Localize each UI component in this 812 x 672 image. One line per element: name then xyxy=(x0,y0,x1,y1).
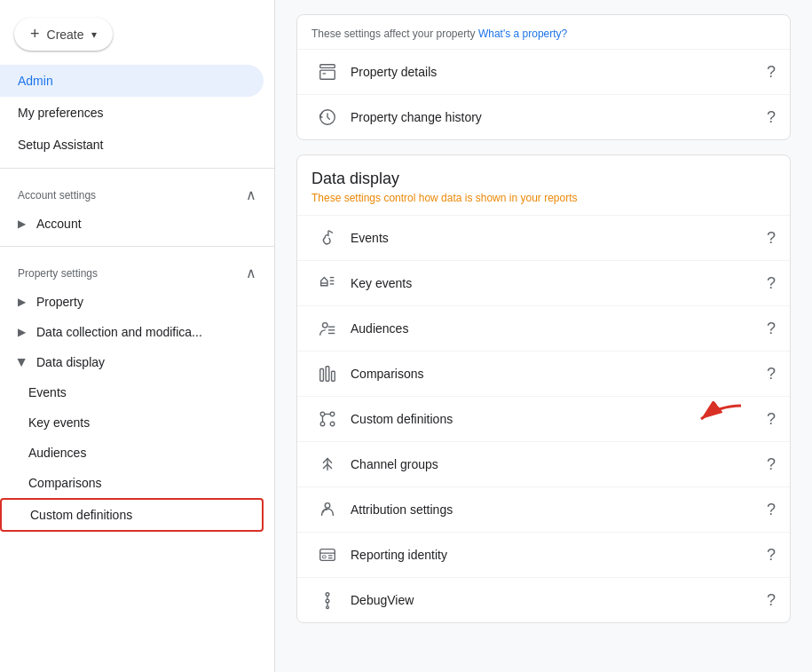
svg-rect-14 xyxy=(332,371,335,381)
expand-arrow-icon: ▶ xyxy=(18,326,26,338)
custom-definitions-row[interactable]: Custom definitions ? xyxy=(297,396,790,441)
reporting-identity-help-icon: ? xyxy=(767,546,776,565)
sidebar-sub-item-custom-definitions[interactable]: Custom definitions xyxy=(0,498,264,532)
sidebar-item-account[interactable]: ▶ Account xyxy=(0,209,274,239)
reporting-identity-row[interactable]: Reporting identity ? xyxy=(297,532,790,577)
events-label: Events xyxy=(343,231,767,245)
expand-arrow-icon: ▶ xyxy=(16,359,28,367)
property-details-label: Property details xyxy=(343,65,767,79)
property-settings-header: Property settings ∧ xyxy=(0,254,274,287)
debugview-label: DebugView xyxy=(343,593,767,607)
account-settings-header: Account settings ∧ xyxy=(0,176,274,209)
property-details-icon xyxy=(311,62,343,82)
property-change-history-label: Property change history xyxy=(343,110,767,124)
channel-groups-row[interactable]: Channel groups ? xyxy=(297,441,790,486)
chevron-up-icon: ∧ xyxy=(246,265,256,281)
audiences-help-icon: ? xyxy=(767,320,776,338)
sidebar-item-label: Data collection and modifica... xyxy=(36,325,202,339)
audiences-icon xyxy=(311,319,343,338)
comparisons-help-icon: ? xyxy=(767,365,776,383)
attribution-settings-help-icon: ? xyxy=(767,501,776,519)
comparisons-row[interactable]: Comparisons ? xyxy=(297,351,790,396)
property-card: These settings affect your property What… xyxy=(296,14,791,140)
data-display-title: Data display xyxy=(297,155,790,192)
create-button[interactable]: + Create ▾ xyxy=(14,18,113,51)
events-row[interactable]: Events ? xyxy=(297,215,790,260)
red-arrow-annotation xyxy=(683,401,745,437)
key-events-icon xyxy=(311,273,343,293)
comparisons-icon xyxy=(311,364,343,383)
custom-definitions-icon xyxy=(311,409,343,429)
divider xyxy=(0,168,274,169)
whats-a-property-link[interactable]: What's a property? xyxy=(478,28,567,40)
reporting-identity-label: Reporting identity xyxy=(343,548,767,562)
sidebar: + Create ▾ Admin My preferences Setup As… xyxy=(0,0,275,672)
sidebar-item-label: Property xyxy=(36,295,83,309)
svg-rect-1 xyxy=(320,70,335,79)
sidebar-item-setup-assistant[interactable]: Setup Assistant xyxy=(0,129,264,161)
attribution-settings-row[interactable]: Attribution settings ? xyxy=(297,486,790,532)
audiences-row[interactable]: Audiences ? xyxy=(297,305,790,351)
sidebar-item-label: My preferences xyxy=(18,106,103,120)
sidebar-item-data-collection[interactable]: ▶ Data collection and modifica... xyxy=(0,317,274,347)
divider xyxy=(0,246,274,247)
sidebar-sub-item-audiences[interactable]: Audiences xyxy=(0,438,264,468)
sidebar-item-label: Data display xyxy=(36,355,105,369)
sidebar-item-label: Setup Assistant xyxy=(18,138,104,152)
property-details-row[interactable]: Property details ? xyxy=(297,49,790,94)
svg-point-32 xyxy=(327,606,329,609)
property-card-header: These settings affect your property What… xyxy=(297,15,790,49)
svg-point-22 xyxy=(325,503,330,509)
property-change-history-help-icon: ? xyxy=(767,108,776,127)
chevron-down-icon: ▾ xyxy=(91,28,97,41)
debugview-icon xyxy=(311,590,343,610)
data-display-card: Data display These settings control how … xyxy=(296,154,791,623)
svg-point-18 xyxy=(330,422,335,426)
property-settings-label: Property settings xyxy=(18,267,98,280)
key-events-row[interactable]: Key events ? xyxy=(297,260,790,305)
events-help-icon: ? xyxy=(767,229,776,248)
sidebar-item-label: Admin xyxy=(18,74,53,88)
svg-rect-23 xyxy=(320,549,335,561)
key-events-help-icon: ? xyxy=(767,274,776,293)
attribution-settings-label: Attribution settings xyxy=(343,502,767,517)
sidebar-sub-item-comparisons[interactable]: Comparisons xyxy=(0,468,264,498)
reporting-identity-icon xyxy=(311,545,343,565)
sidebar-item-label: Comparisons xyxy=(28,476,101,490)
sidebar-item-my-preferences[interactable]: My preferences xyxy=(0,97,264,129)
channel-groups-icon xyxy=(311,455,343,474)
svg-rect-25 xyxy=(323,556,327,558)
attribution-settings-icon xyxy=(311,500,343,519)
debugview-row[interactable]: DebugView ? xyxy=(297,577,790,622)
svg-point-8 xyxy=(323,323,328,328)
create-label: Create xyxy=(47,28,84,42)
sidebar-item-label: Account xyxy=(36,217,82,231)
comparisons-label: Comparisons xyxy=(343,367,767,381)
property-change-history-row[interactable]: Property change history ? xyxy=(297,94,790,139)
sidebar-item-data-display[interactable]: ▶ Data display xyxy=(0,347,274,377)
sidebar-item-label: Audiences xyxy=(28,446,86,460)
svg-point-28 xyxy=(326,593,329,597)
property-change-history-icon xyxy=(311,107,343,127)
svg-point-15 xyxy=(320,412,325,416)
chevron-up-icon: ∧ xyxy=(246,186,256,203)
sidebar-item-admin[interactable]: Admin xyxy=(0,65,264,97)
expand-arrow-icon: ▶ xyxy=(18,296,26,308)
sidebar-item-property[interactable]: ▶ Property xyxy=(0,287,274,317)
svg-rect-13 xyxy=(326,367,329,382)
plus-icon: + xyxy=(30,25,40,43)
svg-point-16 xyxy=(330,412,335,416)
sidebar-sub-item-events[interactable]: Events xyxy=(0,377,264,407)
sidebar-item-label: Key events xyxy=(28,415,90,430)
sidebar-item-label: Custom definitions xyxy=(30,508,132,522)
svg-rect-12 xyxy=(320,369,324,382)
channel-groups-help-icon: ? xyxy=(767,455,776,474)
custom-definitions-help-icon: ? xyxy=(767,410,776,429)
sidebar-item-label: Events xyxy=(28,385,67,399)
channel-groups-label: Channel groups xyxy=(343,457,767,471)
svg-rect-0 xyxy=(320,65,335,68)
events-icon xyxy=(311,228,343,248)
svg-point-17 xyxy=(320,422,325,426)
main-content: These settings affect your property What… xyxy=(275,0,812,672)
sidebar-sub-item-key-events[interactable]: Key events xyxy=(0,407,264,438)
